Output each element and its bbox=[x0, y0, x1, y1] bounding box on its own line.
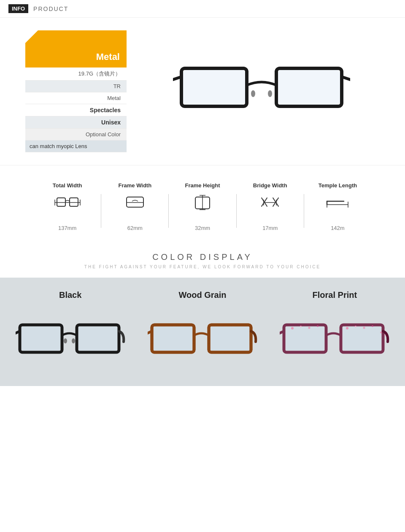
color-variant-label-wood: Wood Grain bbox=[179, 290, 227, 300]
svg-rect-58 bbox=[286, 327, 324, 351]
color-display-section: COLOR DISPLAY THE FIGHT AGAINST YOUR FEA… bbox=[0, 240, 405, 278]
measure-label-bridge-width: Bridge Width bbox=[253, 182, 287, 189]
frame-width-icon bbox=[120, 192, 150, 213]
wood-glasses-svg bbox=[148, 308, 257, 367]
info-row-optional-color: Optional Color bbox=[25, 129, 127, 140]
svg-rect-11 bbox=[57, 198, 65, 206]
measurements-grid: Total Width 137mm Frame Width bbox=[25, 182, 380, 231]
color-variant-black: Black bbox=[8, 290, 132, 369]
measure-temple-length: Temple Length 142m bbox=[304, 182, 371, 231]
material-header: Metal bbox=[25, 30, 127, 68]
info-row-metal: Metal bbox=[25, 92, 127, 104]
measurements-section: Total Width 137mm Frame Width bbox=[0, 165, 405, 240]
measure-label-total-width: Total Width bbox=[53, 182, 82, 189]
svg-point-7 bbox=[268, 90, 272, 97]
black-glasses-area bbox=[16, 306, 125, 369]
wood-glasses-area bbox=[148, 306, 257, 369]
info-row-unisex: Unisex bbox=[25, 116, 127, 129]
bridge-width-icon bbox=[255, 192, 285, 213]
measure-value-frame-width: 62mm bbox=[127, 225, 143, 231]
color-variant-floral: Floral Print bbox=[273, 290, 397, 369]
color-display-title: COLOR DISPLAY bbox=[8, 252, 397, 262]
measure-label-frame-width: Frame Width bbox=[119, 182, 152, 189]
color-variants-section: Black Wood Grain bbox=[0, 278, 405, 386]
measure-label-frame-height: Frame Height bbox=[185, 182, 220, 189]
frame-height-icon bbox=[188, 192, 217, 213]
measure-label-temple-length: Temple Length bbox=[319, 182, 357, 189]
color-variant-wood: Wood Grain bbox=[140, 290, 264, 369]
floral-glasses-area bbox=[280, 306, 389, 369]
product-image-area bbox=[143, 30, 380, 140]
measure-frame-height: Frame Height 32mm bbox=[169, 182, 236, 231]
svg-rect-30 bbox=[22, 327, 60, 351]
measure-value-bridge-width: 17mm bbox=[262, 225, 278, 231]
product-glasses-image bbox=[173, 43, 350, 127]
svg-point-32 bbox=[64, 338, 67, 343]
info-row-myopic: can match myopic Lens bbox=[25, 140, 127, 152]
measure-value-temple-length: 142m bbox=[331, 225, 345, 231]
color-variants-grid: Black Wood Grain bbox=[8, 290, 397, 369]
measure-total-width: Total Width 137mm bbox=[34, 182, 101, 231]
svg-rect-12 bbox=[70, 198, 78, 206]
svg-rect-16 bbox=[127, 197, 143, 207]
measure-frame-width: Frame Width 62mm bbox=[101, 182, 168, 231]
black-glasses-svg bbox=[16, 308, 125, 367]
product-label: PRODUCT bbox=[33, 5, 68, 12]
info-row-spectacles: Spectacles bbox=[25, 104, 127, 116]
info-badge: INFO bbox=[8, 4, 28, 13]
page-header: INFO PRODUCT bbox=[0, 0, 405, 18]
color-variant-label-black: Black bbox=[59, 290, 81, 300]
svg-rect-4 bbox=[183, 70, 245, 105]
info-row-weight: 19.7G（含镜片） bbox=[25, 68, 127, 81]
svg-rect-59 bbox=[343, 327, 381, 351]
total-width-icon bbox=[53, 192, 82, 213]
color-display-subtitle: THE FIGHT AGAINST YOUR FEATURE, WE LOOK … bbox=[8, 265, 397, 269]
info-row-tr: TR bbox=[25, 81, 127, 92]
measure-value-frame-height: 32mm bbox=[195, 225, 210, 231]
svg-rect-44 bbox=[211, 327, 249, 351]
svg-rect-5 bbox=[278, 70, 340, 105]
temple-length-icon bbox=[323, 192, 352, 213]
measure-bridge-width: Bridge Width 17mm bbox=[237, 182, 304, 231]
floral-glasses-svg bbox=[280, 308, 389, 367]
product-info-section: Metal 19.7G（含镜片） TR Metal Spectacles Uni… bbox=[0, 18, 405, 165]
svg-point-33 bbox=[72, 338, 75, 343]
svg-rect-43 bbox=[154, 327, 192, 351]
svg-rect-31 bbox=[78, 327, 117, 351]
measure-value-total-width: 137mm bbox=[58, 225, 76, 231]
svg-point-6 bbox=[251, 90, 255, 97]
color-variant-label-floral: Floral Print bbox=[313, 290, 357, 300]
info-table: Metal 19.7G（含镜片） TR Metal Spectacles Uni… bbox=[25, 30, 127, 152]
